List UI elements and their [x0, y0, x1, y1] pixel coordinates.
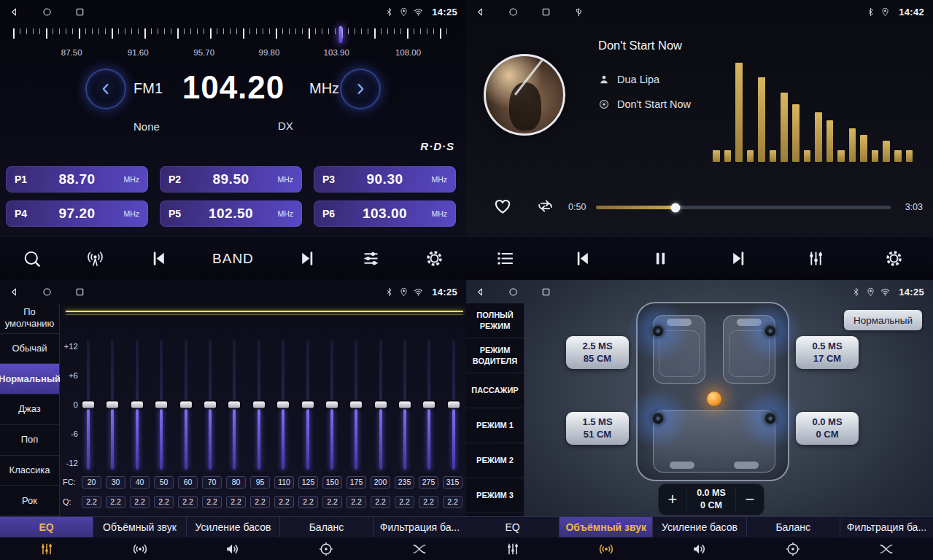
q-value[interactable]: 2.2: [347, 496, 366, 508]
tune-up-button[interactable]: [340, 69, 381, 109]
slider-thumb[interactable]: [131, 402, 143, 408]
home-icon[interactable]: [508, 7, 519, 18]
broadcast-button[interactable]: [85, 249, 105, 268]
surround-icon[interactable]: [560, 537, 653, 560]
eq-preset-item[interactable]: Классика: [0, 456, 59, 486]
balance-icon[interactable]: [279, 537, 373, 560]
q-value[interactable]: 2.2: [154, 496, 174, 508]
tab-bass-boost[interactable]: Усиление басов: [187, 517, 280, 537]
q-value[interactable]: 2.2: [443, 496, 462, 508]
balance-icon[interactable]: [746, 537, 840, 560]
slider-thumb[interactable]: [228, 402, 240, 408]
decrease-button[interactable]: −: [736, 484, 764, 515]
eq-band-slider[interactable]: [204, 340, 217, 470]
field-mode-item[interactable]: РЕЖИМ 1: [466, 408, 524, 443]
eq-band-slider[interactable]: [301, 340, 314, 470]
slider-thumb[interactable]: [399, 402, 411, 408]
fc-value[interactable]: 275: [419, 476, 438, 489]
fc-value[interactable]: 80: [226, 476, 246, 489]
tab-bass-boost[interactable]: Усиление басов: [653, 517, 746, 537]
fc-value[interactable]: 200: [371, 476, 390, 489]
tab-eq[interactable]: EQ: [466, 517, 560, 537]
settings-button[interactable]: [425, 249, 444, 268]
crossover-icon[interactable]: [373, 537, 466, 560]
slider-thumb[interactable]: [180, 402, 192, 408]
eq-faders-icon[interactable]: [0, 537, 93, 560]
slider-thumb[interactable]: [448, 402, 460, 408]
slider-thumb[interactable]: [423, 402, 435, 408]
delay-rear-left[interactable]: 1.5 MS 51 CM: [566, 412, 629, 445]
field-mode-item[interactable]: ПАССАЖИР: [466, 373, 524, 408]
fc-value[interactable]: 150: [322, 476, 342, 489]
slider-thumb[interactable]: [253, 402, 265, 408]
tab-balance[interactable]: Баланс: [280, 517, 373, 537]
fc-value[interactable]: 50: [154, 476, 174, 489]
scan-button[interactable]: [22, 249, 42, 268]
slider-thumb[interactable]: [107, 402, 118, 408]
prev-button[interactable]: [149, 249, 169, 268]
tab-filter[interactable]: Фильтрация ба...: [840, 517, 933, 537]
favorite-button[interactable]: [492, 195, 513, 216]
back-icon[interactable]: [9, 287, 20, 298]
fc-value[interactable]: 95: [250, 476, 270, 489]
back-icon[interactable]: [475, 7, 486, 18]
tab-filter[interactable]: Фильтрация ба...: [373, 517, 466, 537]
eq-band-slider[interactable]: [374, 340, 387, 470]
equalizer-button[interactable]: [361, 249, 381, 268]
eq-preset-item[interactable]: Обычай: [0, 334, 59, 365]
next-button[interactable]: [298, 249, 317, 268]
surround-icon[interactable]: [93, 537, 187, 560]
back-icon[interactable]: [475, 287, 486, 298]
eq-faders-icon[interactable]: [466, 537, 560, 560]
fc-value[interactable]: 235: [395, 476, 414, 489]
bass-boost-icon[interactable]: [653, 537, 746, 560]
q-value[interactable]: 2.2: [130, 496, 150, 508]
preset-button-p5[interactable]: P5102.50MHz: [160, 201, 302, 227]
eq-band-slider[interactable]: [106, 340, 119, 470]
tab-balance[interactable]: Баланс: [747, 517, 840, 537]
slider-thumb[interactable]: [204, 402, 216, 408]
pause-button[interactable]: [651, 249, 670, 268]
eq-preset-item[interactable]: Джаз: [0, 394, 59, 425]
tab-eq[interactable]: EQ: [0, 517, 93, 537]
delay-front-right[interactable]: 0.5 MS 17 CM: [796, 336, 859, 369]
crossover-icon[interactable]: [840, 537, 933, 560]
next-button[interactable]: [729, 249, 748, 268]
eq-band-slider[interactable]: [179, 340, 193, 470]
q-value[interactable]: 2.2: [298, 496, 318, 508]
slider-thumb[interactable]: [326, 402, 338, 408]
q-value[interactable]: 2.2: [371, 496, 390, 508]
eq-band-slider[interactable]: [155, 340, 168, 470]
eq-preset-item[interactable]: По умолчанию: [0, 303, 59, 334]
delay-front-left[interactable]: 2.5 MS 85 CM: [566, 336, 629, 369]
eq-band-slider[interactable]: [228, 340, 241, 470]
mixer-button[interactable]: [806, 249, 826, 268]
back-icon[interactable]: [9, 7, 20, 18]
slider-thumb[interactable]: [277, 402, 289, 408]
q-value[interactable]: 2.2: [322, 496, 342, 508]
eq-band-slider[interactable]: [82, 340, 95, 470]
fc-value[interactable]: 175: [347, 476, 366, 489]
recents-icon[interactable]: [74, 287, 85, 298]
fc-value[interactable]: 70: [202, 476, 222, 489]
q-value[interactable]: 2.2: [395, 496, 414, 508]
q-value[interactable]: 2.2: [178, 496, 198, 508]
preset-button-p2[interactable]: P289.50MHz: [160, 166, 302, 192]
increase-button[interactable]: +: [659, 484, 686, 515]
eq-band-slider[interactable]: [422, 340, 435, 470]
field-preset-button[interactable]: Нормальный: [844, 310, 922, 330]
recents-icon[interactable]: [74, 7, 85, 18]
eq-band-slider[interactable]: [398, 340, 411, 470]
fc-value[interactable]: 110: [274, 476, 294, 489]
eq-preset-item[interactable]: Поп: [0, 425, 59, 456]
recents-icon[interactable]: [541, 7, 551, 18]
q-value[interactable]: 2.2: [419, 496, 438, 508]
tune-down-button[interactable]: [85, 69, 126, 109]
fc-value[interactable]: 40: [130, 476, 150, 489]
fc-value[interactable]: 60: [178, 476, 198, 489]
home-icon[interactable]: [42, 7, 53, 18]
eq-band-slider[interactable]: [276, 340, 290, 470]
q-value[interactable]: 2.2: [226, 496, 246, 508]
eq-preset-item[interactable]: Рок: [0, 486, 59, 516]
field-mode-item[interactable]: РЕЖИМ 3: [466, 478, 524, 513]
